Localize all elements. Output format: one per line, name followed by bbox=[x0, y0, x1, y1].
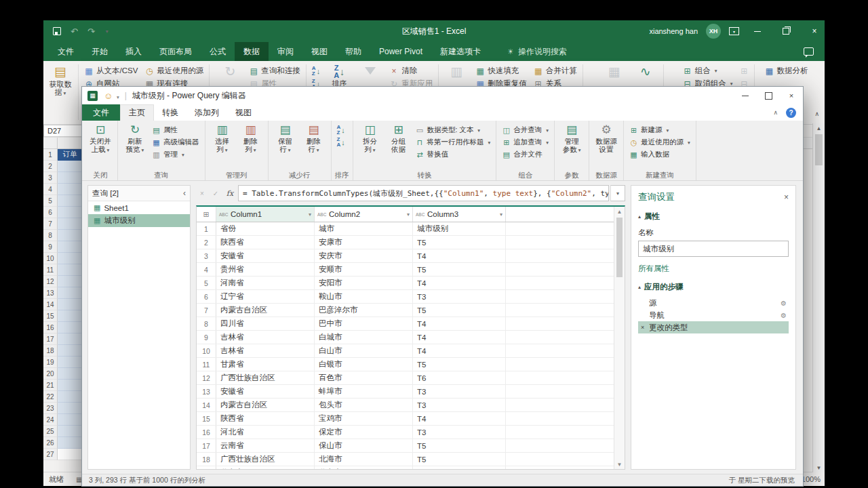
row-header[interactable]: 7 bbox=[43, 218, 58, 230]
grid-scrollbar-thumb[interactable] bbox=[616, 218, 623, 277]
table-cell[interactable]: 内蒙古自治区 bbox=[216, 304, 315, 317]
row-number[interactable]: 19 bbox=[197, 466, 216, 470]
ribbon-big-button[interactable] bbox=[355, 63, 386, 75]
ribbon-tab[interactable]: 新建选项卡 bbox=[431, 42, 490, 61]
row-header[interactable]: 11 bbox=[43, 264, 58, 276]
tell-me-search[interactable]: ☀操作说明搜索 bbox=[507, 42, 567, 61]
column-header[interactable]: ABCColumn3▾ bbox=[413, 207, 506, 222]
row-number[interactable]: 9 bbox=[197, 331, 216, 344]
table-cell[interactable]: T5 bbox=[413, 439, 506, 452]
row-header[interactable]: 13 bbox=[43, 287, 58, 299]
step-settings-gear-icon[interactable]: ⚙ bbox=[781, 300, 789, 307]
table-cell[interactable]: T4 bbox=[413, 249, 506, 262]
table-cell[interactable]: 宝鸡市 bbox=[315, 412, 413, 425]
row-header[interactable]: 3 bbox=[43, 172, 58, 184]
ribbon-small-button[interactable]: ◷最近使用的源 bbox=[141, 64, 207, 77]
sheet-cell[interactable] bbox=[58, 426, 83, 437]
ribbon-small-button[interactable]: ▦从文本/CSV bbox=[81, 64, 141, 77]
ribbon-small-button[interactable]: ▦合并计算 bbox=[530, 64, 580, 77]
sheet-cell[interactable] bbox=[58, 184, 83, 195]
row-header[interactable]: 17 bbox=[43, 333, 58, 345]
pq-small-button[interactable]: ⇄替换值 bbox=[414, 148, 493, 161]
pq-big-button[interactable]: ◫拆分列▾ bbox=[357, 122, 384, 154]
delete-step-icon[interactable]: × bbox=[641, 324, 644, 331]
sheet-cell[interactable] bbox=[58, 172, 83, 184]
row-header[interactable]: 19 bbox=[43, 357, 58, 368]
all-properties-link[interactable]: 所有属性 bbox=[638, 264, 789, 274]
query-list-item[interactable]: ▦Sheet1 bbox=[88, 201, 190, 214]
pq-small-button[interactable]: ▤合并文件 bbox=[500, 148, 551, 161]
table-cell[interactable]: 吉林省 bbox=[216, 331, 315, 344]
sheet-cell[interactable] bbox=[58, 380, 83, 391]
formula-input[interactable]: = Table.TransformColumnTypes(城市级别_Sheet,… bbox=[238, 185, 609, 201]
row-header[interactable]: 10 bbox=[43, 253, 58, 264]
table-cell[interactable]: 巴彦淖尔市 bbox=[315, 304, 413, 317]
sheet-cell[interactable] bbox=[58, 264, 83, 276]
sort-za-button[interactable]: ZA↓ bbox=[335, 136, 347, 148]
row-number[interactable]: 4 bbox=[197, 263, 216, 276]
name-box[interactable]: D27 ▾ bbox=[43, 125, 86, 137]
pq-small-button[interactable]: ⊞追加查询▾ bbox=[500, 136, 551, 148]
pq-small-button[interactable]: ▦高级编辑器 bbox=[150, 136, 201, 148]
row-header[interactable]: 1 bbox=[43, 149, 58, 161]
sheet-cell[interactable] bbox=[58, 161, 83, 172]
sheet-cell[interactable] bbox=[58, 310, 83, 322]
table-cell[interactable]: 安阳市 bbox=[315, 277, 413, 289]
ribbon-tab[interactable]: 插入 bbox=[117, 42, 151, 61]
grid-scroll-up-icon[interactable]: ▲ bbox=[617, 207, 623, 216]
excel-vertical-scrollbar[interactable]: ▲ ▼ bbox=[812, 123, 825, 472]
undo-icon[interactable]: ↶ bbox=[71, 27, 78, 36]
feedback-smiley-icon[interactable]: ☺ ▾ bbox=[104, 91, 119, 101]
table-cell[interactable]: 安庆市 bbox=[315, 249, 413, 262]
table-cell[interactable]: 河北省 bbox=[216, 426, 315, 439]
properties-section-header[interactable]: ▴ 属性 bbox=[638, 211, 789, 222]
collapse-ribbon-icon[interactable]: ∧ bbox=[773, 109, 778, 116]
row-number[interactable]: 11 bbox=[197, 358, 216, 371]
row-header[interactable]: 21 bbox=[43, 380, 58, 391]
ribbon-small-button[interactable]: ▦数据分析 bbox=[761, 64, 811, 77]
sheet-cell[interactable] bbox=[58, 299, 83, 310]
row-number[interactable]: 8 bbox=[197, 317, 216, 330]
ribbon-small-button[interactable]: ⊞ bbox=[736, 64, 752, 77]
row-header[interactable]: 5 bbox=[43, 195, 58, 207]
table-cell[interactable]: 安康市 bbox=[315, 236, 413, 249]
sheet-cell[interactable] bbox=[58, 322, 83, 333]
pq-small-button[interactable]: ⊓将第一行用作标题▾ bbox=[414, 136, 493, 148]
table-cell[interactable]: 河南省 bbox=[216, 277, 315, 289]
table-cell[interactable]: T5 bbox=[413, 304, 506, 317]
sheet-cell[interactable]: 订单 bbox=[58, 149, 83, 161]
filter-icon[interactable]: ▾ bbox=[309, 211, 311, 218]
sort-button[interactable]: ZA↓排序 bbox=[323, 63, 355, 87]
sheet-cell[interactable] bbox=[58, 449, 83, 460]
table-cell[interactable]: T1 bbox=[413, 466, 506, 470]
row-number[interactable]: 1 bbox=[197, 222, 216, 235]
query-list-item[interactable]: ▦城市级别 bbox=[88, 214, 190, 227]
sheet-cell[interactable] bbox=[58, 414, 83, 426]
row-header[interactable]: 20 bbox=[43, 368, 58, 380]
table-cell[interactable]: T4 bbox=[413, 277, 506, 289]
row-number[interactable]: 5 bbox=[197, 277, 216, 289]
pq-big-button[interactable]: ⊞分组依据 bbox=[385, 122, 412, 153]
column-header[interactable]: ABCColumn2▾ bbox=[315, 207, 413, 222]
table-cell[interactable]: 北海市 bbox=[315, 453, 413, 466]
pq-big-button[interactable]: ▤删除行▾ bbox=[300, 122, 328, 154]
row-header[interactable]: 23 bbox=[43, 403, 58, 414]
user-name[interactable]: xiansheng han bbox=[649, 27, 698, 35]
pq-big-button[interactable]: ▥选择列▾ bbox=[209, 122, 236, 154]
filter-icon[interactable]: ▾ bbox=[407, 211, 410, 218]
sort-az-button[interactable]: AZ↓ bbox=[309, 64, 323, 77]
table-cell[interactable]: 陕西省 bbox=[216, 412, 315, 425]
sheet-cell[interactable] bbox=[58, 437, 83, 449]
row-header[interactable]: 15 bbox=[43, 310, 58, 322]
row-header[interactable]: 4 bbox=[43, 184, 58, 195]
table-cell[interactable]: 吉林省 bbox=[216, 344, 315, 357]
table-cell[interactable]: 内蒙古自治区 bbox=[216, 399, 315, 411]
ribbon-big-button[interactable]: ▦ bbox=[599, 63, 630, 80]
step-settings-gear-icon[interactable]: ⚙ bbox=[781, 312, 789, 319]
pq-big-button[interactable]: ⊡关闭并上载▾ bbox=[87, 122, 114, 154]
pq-close-button[interactable]: × bbox=[780, 87, 803, 104]
table-cell[interactable]: 贵州省 bbox=[216, 263, 315, 276]
row-number[interactable]: 12 bbox=[197, 371, 216, 384]
sheet-cell[interactable] bbox=[58, 391, 83, 403]
ribbon-display-options-icon[interactable]: ▾ bbox=[729, 27, 739, 35]
